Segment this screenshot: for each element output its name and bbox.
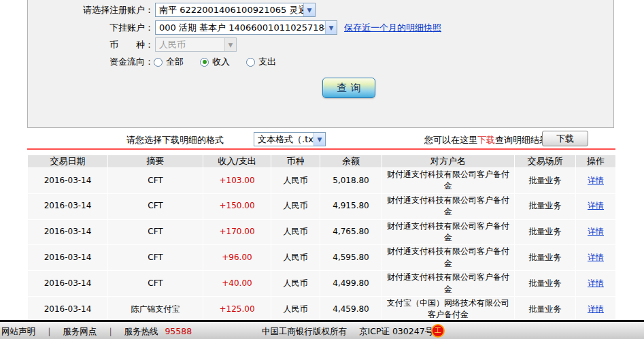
counterparty-name: 财付通支付科技有限公司客户备付金	[382, 271, 514, 296]
transaction-venue: 批量业务	[515, 297, 575, 322]
action-cell: 详情	[576, 194, 615, 219]
currency: 人民币	[271, 245, 320, 270]
balance: 4,499.80	[320, 271, 382, 296]
register-account-row: 请选择注册账户： 南平 6222001406100921065 灵通卡 ▼	[28, 3, 613, 17]
table-row: 2016-03-14CFT+150.00人民币4,915.80财付通支付科技有限…	[28, 194, 615, 219]
sub-account-select[interactable]: 000 活期 基本户 1406600101102571848 ▼	[155, 20, 337, 35]
fund-flow-label: 资金流向：	[28, 56, 154, 68]
hotline-number: 95588	[165, 326, 192, 336]
action-cell: 详情	[576, 271, 615, 296]
save-snapshot-link[interactable]: 保存近一个月的明细快照	[344, 22, 441, 34]
download-format-label: 请您选择下载明细的格式	[126, 134, 224, 146]
footer-link-service-outlets[interactable]: 服务网点	[63, 326, 97, 336]
transaction-venue: 批量业务	[515, 194, 575, 219]
sub-account-label: 下挂账户：	[28, 22, 154, 34]
register-account-select[interactable]: 南平 6222001406100921065 灵通卡 ▼	[155, 3, 316, 17]
transaction-date: 2016-03-14	[28, 168, 107, 193]
chevron-down-icon[interactable]: ▼	[313, 133, 325, 146]
transaction-date: 2016-03-14	[28, 297, 107, 322]
column-header: 摘要	[108, 155, 203, 167]
currency: 人民币	[271, 168, 320, 193]
column-header: 余额	[320, 155, 382, 167]
transaction-date: 2016-03-14	[28, 271, 107, 296]
footer-copyright: 中国工商银行版权所有 京ICP证 030247号	[262, 326, 433, 338]
radio-label: 收入	[212, 56, 230, 68]
register-account-value: 南平 6222001406100921065 灵通卡	[156, 4, 303, 16]
currency: 人民币	[271, 271, 320, 296]
table-row: 2016-03-14CFT+96.00人民币4,595.80财付通支付科技有限公…	[28, 245, 615, 270]
currency-label: 币 种：	[28, 39, 154, 51]
query-button[interactable]: 查 询	[322, 78, 375, 98]
icbc-seal-icon: 工	[431, 324, 445, 338]
amount: +170.00	[203, 220, 271, 245]
counterparty-name: 财付通支付科技有限公司客户备付金	[382, 168, 514, 193]
download-hint-word: 下载	[477, 135, 495, 145]
detail-link[interactable]: 详情	[588, 253, 604, 262]
fund-flow-radio-2[interactable]: 支出	[246, 56, 276, 68]
chevron-down-icon[interactable]: ▼	[303, 3, 315, 16]
detail-link[interactable]: 详情	[588, 304, 604, 314]
query-form-panel: 请选择注册账户： 南平 6222001406100921065 灵通卡 ▼ 下挂…	[27, 0, 614, 128]
sub-account-row: 下挂账户： 000 活期 基本户 1406600101102571848 ▼ 保…	[28, 20, 613, 35]
column-header: 操作	[576, 155, 615, 167]
table-row: 2016-03-14陈广锦支付宝+125.00人民币4,459.80支付宝（中国…	[28, 297, 615, 322]
radio-icon[interactable]	[246, 58, 255, 67]
balance: 4,765.80	[320, 220, 382, 245]
radio-icon[interactable]	[200, 58, 209, 67]
sub-account-value: 000 活期 基本户 1406600101102571848	[156, 22, 325, 34]
column-header: 收入/支出	[203, 155, 271, 167]
fund-flow-radio-1[interactable]: 收入	[200, 56, 230, 68]
transaction-date: 2016-03-14	[28, 220, 107, 245]
detail-link[interactable]: 详情	[588, 201, 604, 210]
footer-link-site-statement[interactable]: 网站声明	[1, 326, 35, 336]
download-hint-suffix: 查询明细结果	[495, 135, 548, 145]
counterparty-name: 财付通支付科技有限公司客户备付金	[382, 245, 514, 270]
radio-icon[interactable]	[154, 58, 163, 67]
counterparty-name: 财付通支付科技有限公司客户备付金	[382, 220, 514, 245]
detail-link[interactable]: 详情	[588, 227, 604, 236]
transaction-venue: 批量业务	[515, 271, 575, 296]
fund-flow-radio-group: 全部收入支出	[154, 56, 292, 68]
column-header: 对方户名	[382, 155, 514, 167]
action-cell: 详情	[576, 297, 615, 322]
currency: 人民币	[271, 297, 320, 322]
fund-flow-radio-0[interactable]: 全部	[154, 56, 184, 68]
amount: +40.00	[203, 271, 271, 296]
currency-row: 币 种： 人民币 ▼	[28, 37, 613, 52]
download-hint-prefix: 您可以在这里	[424, 135, 477, 145]
footer-links: 网站声明 ｜ 服务网点 ｜ 服务热线 95588	[1, 326, 192, 338]
icp-number: 京ICP证 030247号	[359, 326, 433, 336]
transaction-venue: 批量业务	[515, 168, 575, 193]
transaction-venue: 批量业务	[515, 245, 575, 270]
chevron-down-icon[interactable]: ▼	[325, 21, 337, 34]
action-cell: 详情	[576, 245, 615, 270]
download-format-select[interactable]: 文本格式（.txt） ▼	[254, 132, 326, 146]
counterparty-name: 财付通支付科技有限公司客户备付金	[382, 194, 514, 219]
footer-separator: ｜	[106, 326, 114, 336]
balance: 4,595.80	[320, 245, 382, 270]
download-button[interactable]: 下载	[542, 131, 588, 146]
column-header: 币种	[271, 155, 320, 167]
action-cell: 详情	[576, 220, 615, 245]
hotline-label: 服务热线	[124, 326, 158, 336]
amount: +125.00	[203, 297, 271, 322]
amount: +103.00	[203, 168, 271, 193]
amount: +96.00	[203, 245, 271, 270]
column-header: 交易场所	[515, 155, 575, 167]
red-divider	[27, 148, 615, 150]
balance: 4,915.80	[320, 194, 382, 219]
currency: 人民币	[271, 220, 320, 245]
summary: CFT	[108, 168, 203, 193]
summary: CFT	[108, 245, 203, 270]
currency: 人民币	[271, 194, 320, 219]
detail-link[interactable]: 详情	[588, 278, 604, 288]
radio-label: 支出	[258, 56, 276, 68]
action-cell: 详情	[576, 168, 615, 193]
detail-link[interactable]: 详情	[588, 176, 604, 185]
footer-separator: ｜	[45, 326, 53, 336]
footer-bar: 网站声明 ｜ 服务网点 ｜ 服务热线 95588 中国工商银行版权所有 京ICP…	[0, 320, 644, 339]
transactions-table: 交易日期摘要收入/支出币种余额对方户名交易场所操作 2016-03-14CFT+…	[27, 155, 616, 323]
summary: CFT	[108, 194, 203, 219]
fund-flow-row: 资金流向： 全部收入支出	[28, 56, 613, 68]
summary: CFT	[108, 271, 203, 296]
